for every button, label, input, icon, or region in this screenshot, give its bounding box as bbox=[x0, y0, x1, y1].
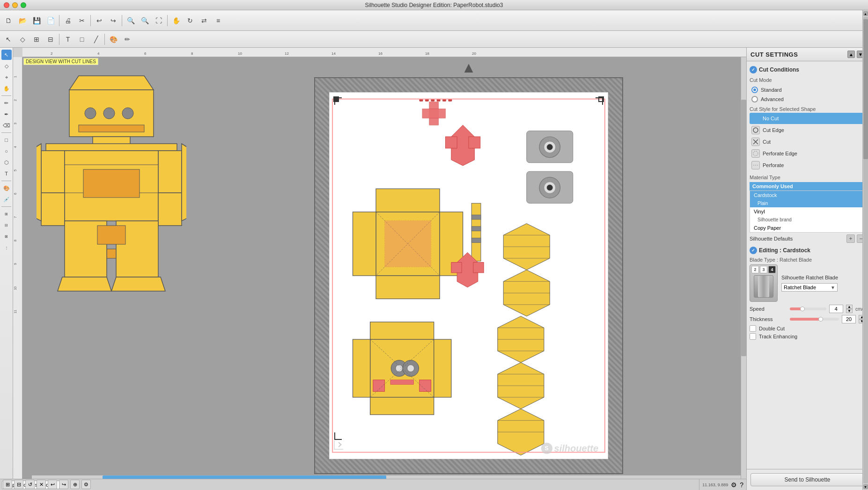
canvas-vscroll[interactable] bbox=[741, 57, 746, 484]
track-enhancing-checkbox[interactable] bbox=[750, 333, 756, 340]
blade-num-4[interactable]: 4 bbox=[768, 266, 776, 273]
close-button[interactable] bbox=[4, 2, 9, 8]
cut-style-cut-edge[interactable]: Cut Edge bbox=[750, 124, 865, 136]
tool-rect[interactable]: □ bbox=[1, 135, 12, 145]
material-group-header[interactable]: Commonly Used bbox=[750, 182, 865, 190]
ungroup-button[interactable]: ⊟ bbox=[44, 33, 57, 46]
settings-gear-icon[interactable]: ⚙ bbox=[731, 481, 737, 489]
panel-collapse-btn[interactable]: ▲ bbox=[847, 51, 855, 58]
bottom-tool-7[interactable]: ⊕ bbox=[70, 480, 80, 489]
perforate-edge-label: Perforate Edge bbox=[763, 151, 797, 156]
undo-button[interactable]: ↩ bbox=[93, 14, 106, 27]
fill-button[interactable]: 🎨 bbox=[107, 33, 120, 46]
bottom-tool-4[interactable]: ✕ bbox=[37, 480, 46, 489]
minimize-button[interactable] bbox=[12, 2, 18, 8]
bottom-tool-5[interactable]: ↩ bbox=[48, 480, 57, 489]
blade-num-3[interactable]: 3 bbox=[760, 266, 767, 273]
select-tool[interactable]: ↖ bbox=[2, 33, 15, 46]
svg-rect-15 bbox=[41, 193, 65, 226]
material-cardstock[interactable]: Cardstock bbox=[750, 191, 865, 199]
help-icon[interactable]: ? bbox=[740, 481, 743, 489]
panel-scroll-up[interactable]: ▲ bbox=[863, 11, 868, 16]
tool-ellipse[interactable]: ○ bbox=[1, 146, 12, 156]
zoom-out-button[interactable]: 🔍 bbox=[138, 14, 151, 27]
fit-button[interactable]: ⛶ bbox=[152, 14, 165, 27]
thickness-value[interactable]: 20 bbox=[842, 315, 856, 323]
tool-panel3[interactable]: ⊠ bbox=[1, 231, 12, 241]
cut-conditions-title: Cut Conditions bbox=[759, 66, 799, 73]
tool-draw[interactable]: ✒ bbox=[1, 109, 12, 119]
speed-slider-thumb[interactable] bbox=[800, 307, 805, 311]
bottom-tool-6[interactable]: ↪ bbox=[59, 480, 68, 489]
bottom-tool-2[interactable]: ⊟ bbox=[14, 480, 23, 489]
speed-slider[interactable] bbox=[790, 307, 826, 310]
tool-node[interactable]: ◇ bbox=[1, 61, 12, 71]
text-tool[interactable]: T bbox=[61, 33, 74, 46]
speed-value[interactable]: 4 bbox=[829, 305, 843, 313]
align-button[interactable]: ≡ bbox=[212, 14, 225, 27]
tool-pen[interactable]: ✏ bbox=[1, 98, 12, 108]
tool-fill[interactable]: 🎨 bbox=[1, 183, 12, 193]
panel-scroll-thumb[interactable] bbox=[863, 19, 868, 159]
cut-mode-standard-radio[interactable] bbox=[751, 87, 758, 93]
blade-num-2[interactable]: 2 bbox=[751, 266, 759, 273]
cut-mode-label: Cut Mode bbox=[750, 76, 865, 84]
thickness-slider-thumb[interactable] bbox=[818, 317, 823, 322]
material-vinyl[interactable]: Vinyl bbox=[750, 207, 865, 216]
tool-eyedrop[interactable]: 💉 bbox=[1, 194, 12, 205]
tool-pan[interactable]: ✋ bbox=[1, 83, 12, 94]
cut-mode-standard-row[interactable]: Standard bbox=[750, 86, 865, 94]
material-cardstock-sub: Plain bbox=[750, 199, 865, 207]
open-button[interactable]: 📂 bbox=[16, 14, 29, 27]
cut-mode-advanced-radio[interactable] bbox=[751, 96, 758, 102]
save-button[interactable]: 💾 bbox=[30, 14, 43, 27]
bottom-tool-3[interactable]: ↺ bbox=[25, 480, 35, 489]
mat-surface[interactable]: S silhouette bbox=[314, 77, 623, 474]
bottom-tool-1[interactable]: ⊞ bbox=[3, 480, 12, 489]
svg-rect-7 bbox=[46, 144, 177, 151]
new-button[interactable]: 🗋 bbox=[2, 14, 15, 27]
tool-polygon[interactable]: ⬡ bbox=[1, 157, 12, 168]
cut-style-no-cut[interactable]: No Cut bbox=[750, 113, 865, 124]
speed-down-btn[interactable]: ▼ bbox=[846, 309, 853, 313]
svg-rect-5 bbox=[79, 125, 144, 132]
stroke-button[interactable]: ✏ bbox=[121, 33, 134, 46]
thickness-slider[interactable] bbox=[790, 318, 839, 321]
material-add-btn[interactable]: + bbox=[846, 234, 855, 243]
tool-crop[interactable]: ⌖ bbox=[1, 72, 12, 82]
cut-mode-advanced-row[interactable]: Advanced bbox=[750, 95, 865, 103]
ruler-horizontal: 2 4 6 8 10 12 14 16 18 20 bbox=[22, 48, 746, 57]
svg-rect-52 bbox=[471, 215, 481, 219]
tool-panel2[interactable]: ⊟ bbox=[1, 220, 12, 230]
redo-button[interactable]: ↪ bbox=[107, 14, 120, 27]
tool-erase[interactable]: ⌫ bbox=[1, 120, 12, 131]
bottom-tool-8[interactable]: ⚙ bbox=[81, 480, 91, 489]
maximize-button[interactable] bbox=[21, 2, 26, 8]
speed-up-btn[interactable]: ▲ bbox=[846, 305, 853, 309]
shape-tool[interactable]: □ bbox=[75, 33, 88, 46]
node-tool[interactable]: ◇ bbox=[16, 33, 29, 46]
tool-text[interactable]: T bbox=[1, 168, 12, 179]
tool-select[interactable]: ↖ bbox=[1, 50, 12, 60]
cut-style-perforate-edge[interactable]: Perforate Edge bbox=[750, 148, 865, 159]
cut-style-perforate[interactable]: Perforate bbox=[750, 160, 865, 171]
send-to-silhouette-button[interactable]: Send to Silhouette bbox=[750, 473, 864, 486]
zoom-in-button[interactable]: 🔍 bbox=[124, 14, 137, 27]
double-cut-checkbox[interactable] bbox=[750, 325, 756, 332]
cut-style-cut[interactable]: Cut bbox=[750, 136, 865, 147]
canvas-vscroll-thumb[interactable] bbox=[741, 100, 746, 356]
print-button[interactable]: 🖨 bbox=[61, 14, 74, 27]
mirror-button[interactable]: ⇄ bbox=[198, 14, 211, 27]
blade-select-dropdown[interactable]: Ratchet Blade ▼ bbox=[781, 283, 838, 292]
tool-panel1[interactable]: ⊞ bbox=[1, 209, 12, 219]
tool-panel4[interactable]: ⋮ bbox=[1, 242, 12, 253]
cut-button[interactable]: ✂ bbox=[75, 14, 88, 27]
material-copy-paper[interactable]: Copy Paper bbox=[750, 224, 865, 232]
panel-scroll-down[interactable]: ▼ bbox=[863, 484, 868, 489]
rotate-button[interactable]: ↻ bbox=[184, 14, 197, 27]
design-view-label: DESIGN VIEW WITH CUT LINES bbox=[23, 58, 98, 65]
pan-button[interactable]: ✋ bbox=[169, 14, 183, 27]
group-button[interactable]: ⊞ bbox=[30, 33, 43, 46]
line-tool[interactable]: ╱ bbox=[89, 33, 103, 46]
save-as-button[interactable]: 📄 bbox=[44, 14, 57, 27]
